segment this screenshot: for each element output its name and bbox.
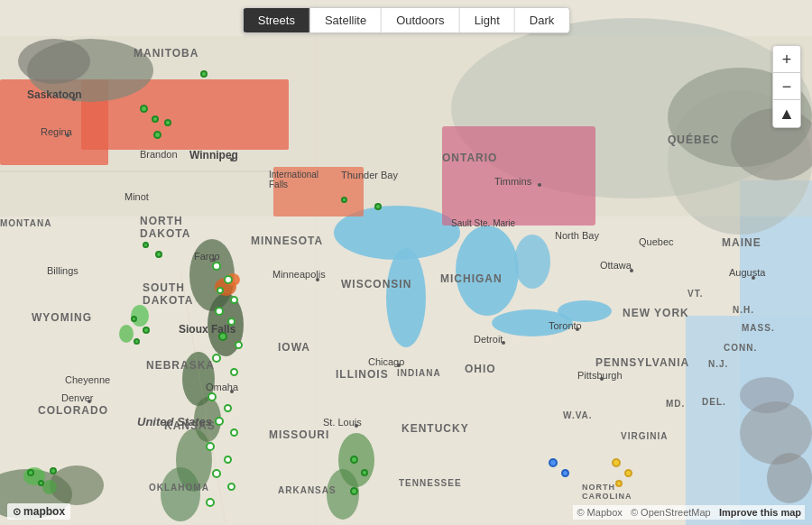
city-label-ottawa: Ottawa (600, 260, 632, 271)
weather-dot (549, 458, 558, 467)
weather-dot (227, 318, 235, 326)
city-dot-augusta (752, 276, 755, 280)
attribution-improve[interactable]: Improve this map (719, 507, 801, 518)
map-svg (0, 0, 812, 525)
city-dot-regina (66, 134, 69, 137)
city-label-maine: MAINE (722, 236, 761, 249)
city-label-brandon: Brandon (140, 149, 178, 160)
weather-dot (212, 262, 221, 271)
city-label-billings: Billings (47, 265, 78, 276)
city-label-del: DEL. (702, 397, 726, 407)
weather-dot (230, 296, 238, 304)
svg-point-6 (386, 248, 426, 347)
city-label-minot: Minot (125, 191, 149, 202)
city-label-pennsylvania: PENNSYLVANIA (595, 356, 689, 369)
weather-dot (350, 487, 358, 495)
city-label-kentucky: KENTUCKY (401, 422, 469, 435)
tab-satellite[interactable]: Satellite (310, 8, 382, 32)
city-label-nebraska: NEBRASKA (146, 359, 215, 372)
weather-dot (212, 469, 221, 478)
weather-dot (134, 338, 140, 345)
weather-dot (227, 483, 235, 491)
city-dot-chicago (397, 364, 401, 367)
weather-dot (230, 368, 238, 376)
weather-dot (200, 70, 208, 78)
city-label-michigan: MICHIGAN (440, 272, 503, 285)
weather-dot (215, 307, 224, 316)
city-label-illinois: ILLINOIS (336, 368, 389, 381)
city-label-oklahoma: OKLAHOMA (149, 483, 209, 493)
weather-dot (206, 442, 215, 451)
svg-point-10 (514, 235, 550, 289)
map-toolbar: Streets Satellite Outdoors Light Dark (243, 7, 570, 33)
city-label-saultstemarie: Sault Ste. Marie (451, 218, 515, 228)
city-label-colorado: COLORADO (38, 404, 108, 417)
city-label-wva: W.VA. (563, 410, 593, 420)
city-label-ohio: OHIO (465, 363, 496, 375)
city-label-md: MD. (666, 399, 685, 409)
city-label-augusta: Augusta (729, 267, 765, 278)
city-label-northdakota: NORTHDAKOTA (140, 215, 190, 240)
weather-dot (217, 287, 224, 294)
city-dot-winnipeg (230, 158, 234, 161)
weather-dot (624, 469, 632, 477)
city-label-intfalls: InternationalFalls (269, 170, 318, 189)
tab-light[interactable]: Light (460, 8, 515, 32)
city-label-northcarolina: NORTHCAROLINA (582, 483, 632, 501)
city-label-indiana: INDIANA (397, 368, 441, 378)
city-label-wyoming: WYOMING (32, 311, 92, 324)
attribution-osm: © OpenStreetMap (631, 507, 711, 518)
weather-dot (218, 332, 227, 341)
weather-dot (143, 242, 149, 248)
weather-dot (212, 354, 221, 363)
city-label-southdakota: SOUTHDAKOTA (143, 281, 193, 307)
city-dot-detroit (502, 341, 505, 345)
weather-dot (38, 480, 44, 486)
svg-point-35 (740, 377, 794, 413)
compass-button[interactable]: ▲ (773, 100, 800, 127)
tab-outdoors[interactable]: Outdoors (382, 8, 459, 32)
weather-dot (615, 480, 623, 487)
zoom-out-button[interactable]: − (773, 73, 800, 100)
weather-dot (155, 251, 162, 258)
weather-dot (164, 119, 171, 126)
city-label-montana: MONTANA (0, 218, 51, 228)
weather-dot (143, 327, 150, 334)
weather-dot (350, 456, 358, 464)
svg-point-24 (161, 467, 200, 521)
city-label-vermont: VT. (687, 289, 703, 299)
city-label-ontario: ONTARIO (442, 152, 497, 164)
city-label-conn: CONN. (724, 343, 757, 353)
weather-dot (140, 105, 148, 113)
svg-point-28 (767, 453, 812, 503)
city-label-unitedstates: United States (137, 415, 212, 428)
city-label-tennessee: TENNESSEE (399, 478, 462, 488)
city-dot-toronto (576, 327, 579, 331)
svg-point-16 (18, 39, 90, 84)
weather-dot (215, 417, 224, 426)
map-container: Saskatoon Regina Brandon Winnipeg MANITO… (0, 0, 812, 525)
attribution-mapbox: © Mapbox (577, 507, 622, 518)
city-dot-denver (88, 400, 91, 403)
city-label-nh: N.H. (733, 305, 754, 315)
zoom-in-button[interactable]: + (773, 46, 800, 73)
city-label-northbay: North Bay (555, 230, 599, 241)
svg-point-7 (456, 226, 519, 316)
city-label-missouri: MISSOURI (269, 428, 329, 441)
svg-point-30 (50, 465, 104, 505)
tab-dark[interactable]: Dark (515, 8, 568, 32)
svg-point-32 (119, 325, 134, 343)
svg-point-9 (558, 300, 612, 322)
tab-streets[interactable]: Streets (244, 8, 310, 32)
city-dot-omaha (230, 390, 234, 393)
city-label-newyork: NEW YORK (623, 307, 689, 319)
weather-dot (612, 458, 621, 467)
city-label-siouxfalls: Sioux Falls (179, 323, 235, 336)
city-label-mass: MASS. (742, 323, 775, 333)
weather-dot (152, 115, 159, 123)
city-label-thunderbay: Thunder Bay (341, 170, 398, 180)
city-label-nj: N.J. (708, 359, 728, 369)
weather-dot (50, 467, 57, 474)
weather-dot (230, 428, 238, 437)
city-dot-stlouis (355, 424, 358, 428)
